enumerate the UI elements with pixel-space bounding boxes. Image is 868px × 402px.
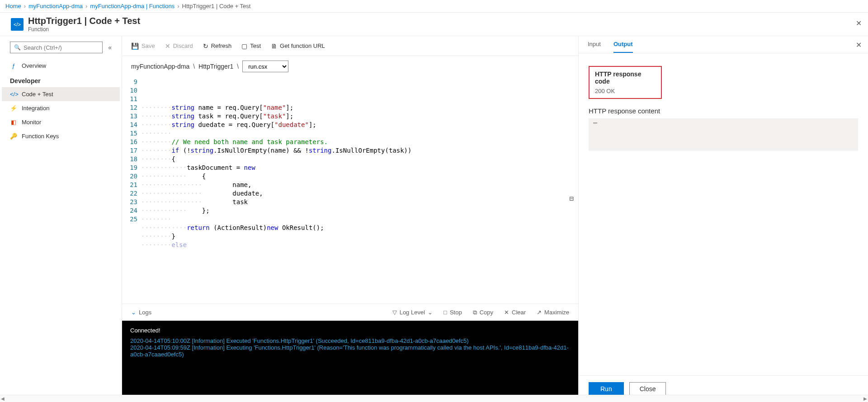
- console-connected: Connected!: [130, 327, 570, 334]
- code-editor[interactable]: 910111213141516171819202122232425 ⊟ ····…: [122, 77, 578, 304]
- logs-toolbar: ⌄ Logs ▽ Log Level ⌄ □ Stop ⧉ Copy ✕ Cle…: [122, 304, 578, 321]
- discard-icon: ✕: [165, 42, 170, 50]
- collapse-sidebar-button[interactable]: «: [108, 44, 112, 51]
- sidebar-item-overview[interactable]: ƒ Overview: [2, 59, 120, 73]
- function-icon: </>: [11, 18, 24, 31]
- get-function-url-button[interactable]: 🗎 Get function URL: [271, 42, 325, 50]
- file-path-row: myFunctionApp-dma \ HttpTrigger1 \ run.c…: [122, 56, 578, 77]
- copy-button[interactable]: ⧉ Copy: [473, 309, 493, 316]
- sidebar-item-label: Monitor: [22, 119, 41, 126]
- refresh-button[interactable]: ↻ Refresh: [203, 42, 232, 50]
- tab-input[interactable]: Input: [588, 41, 601, 53]
- editor-toolbar: 💾 Save ✕ Discard ↻ Refresh ▢ Test 🗎 Get …: [122, 36, 578, 56]
- close-panel-button[interactable]: ✕: [856, 41, 862, 49]
- url-icon: 🗎: [271, 42, 277, 50]
- run-button[interactable]: Run: [589, 382, 624, 396]
- sidebar-item-label: Overview: [22, 62, 46, 69]
- fold-marker-icon[interactable]: ⊟: [569, 194, 574, 203]
- breadcrumb: Home › myFunctionApp-dma › myFunctionApp…: [0, 0, 868, 13]
- page-title: HttpTrigger1 | Code + Test: [28, 16, 140, 26]
- console-line: 2020-04-14T05:09:59Z [Information] Execu…: [130, 344, 570, 358]
- save-icon: 💾: [131, 42, 139, 50]
- stop-button[interactable]: □ Stop: [443, 309, 462, 316]
- chevron-right-icon: ›: [24, 3, 26, 9]
- sidebar-item-integration[interactable]: ⚡ Integration: [2, 101, 120, 115]
- refresh-icon: ↻: [203, 42, 208, 50]
- function-fx-icon: ƒ: [10, 62, 17, 69]
- save-button[interactable]: 💾 Save: [131, 42, 155, 50]
- test-output-panel: ✕ Input Output HTTP response code 200 OK…: [579, 36, 868, 402]
- close-blade-button[interactable]: ✕: [856, 19, 862, 28]
- maximize-button[interactable]: ↗ Maximize: [537, 309, 569, 316]
- test-icon: ▢: [241, 42, 247, 50]
- chevron-right-icon: ›: [85, 3, 87, 9]
- copy-icon: ⧉: [473, 309, 477, 316]
- monitor-icon: ◧: [10, 119, 17, 126]
- chevron-down-icon: ⌄: [131, 309, 136, 316]
- path-app: myFunctionApp-dma: [131, 63, 189, 70]
- clear-button[interactable]: ✕ Clear: [504, 309, 526, 316]
- search-input[interactable]: [24, 44, 99, 51]
- http-content-label: HTTP response content: [589, 107, 858, 115]
- console-line: 2020-04-14T05:10:00Z [Information] Execu…: [130, 337, 570, 344]
- chevron-down-icon: ⌄: [428, 309, 433, 316]
- sidebar-item-label: Integration: [22, 105, 49, 112]
- clear-icon: ✕: [504, 309, 509, 316]
- sidebar-item-label: Code + Test: [22, 91, 53, 98]
- breadcrumb-home[interactable]: Home: [5, 3, 21, 9]
- http-content-value: "": [589, 118, 858, 151]
- chevron-right-icon: ›: [177, 3, 179, 9]
- close-button[interactable]: Close: [629, 382, 666, 396]
- scroll-left-icon[interactable]: ◀: [1, 396, 5, 401]
- tab-output[interactable]: Output: [613, 41, 633, 53]
- sidebar-item-code-test[interactable]: </> Code + Test: [2, 87, 120, 101]
- horizontal-scrollbar[interactable]: ◀ ▶: [0, 395, 868, 402]
- file-select[interactable]: run.csx: [242, 61, 288, 72]
- code-area[interactable]: ⊟ ········string name = req.Query["name"…: [141, 77, 578, 304]
- line-gutter: 910111213141516171819202122232425: [122, 77, 141, 304]
- filter-icon: ▽: [392, 309, 397, 316]
- sidebar-item-monitor[interactable]: ◧ Monitor: [2, 115, 120, 129]
- discard-button[interactable]: ✕ Discard: [165, 42, 193, 50]
- io-tabs: Input Output: [579, 36, 868, 53]
- test-button[interactable]: ▢ Test: [241, 42, 261, 50]
- sidebar-item-label: Function Keys: [22, 133, 59, 140]
- key-icon: 🔑: [10, 133, 17, 140]
- breadcrumb-current: HttpTrigger1 | Code + Test: [182, 3, 251, 9]
- page-subtitle: Function: [28, 26, 140, 33]
- breadcrumb-functions[interactable]: myFunctionApp-dma | Functions: [90, 3, 175, 9]
- http-code-value: 200 OK: [595, 88, 656, 94]
- search-icon: 🔍: [14, 44, 21, 51]
- maximize-icon: ↗: [537, 309, 542, 316]
- center-pane: 💾 Save ✕ Discard ↻ Refresh ▢ Test 🗎 Get …: [122, 36, 579, 402]
- search-box[interactable]: 🔍: [10, 42, 103, 53]
- sidebar: 🔍 « ƒ Overview Developer </> Code + Test…: [0, 36, 122, 402]
- log-console[interactable]: Connected! 2020-04-14T05:10:00Z [Informa…: [122, 321, 578, 402]
- sidebar-item-function-keys[interactable]: 🔑 Function Keys: [2, 129, 120, 143]
- lightning-icon: ⚡: [10, 105, 17, 112]
- sidebar-section-developer: Developer: [2, 73, 120, 87]
- http-response-code-box: HTTP response code 200 OK: [589, 66, 662, 99]
- path-func: HttpTrigger1: [198, 63, 233, 70]
- log-level-button[interactable]: ▽ Log Level ⌄: [392, 309, 433, 316]
- code-icon: </>: [10, 91, 17, 98]
- stop-icon: □: [443, 309, 447, 316]
- page-header: </> HttpTrigger1 | Code + Test Function …: [0, 13, 868, 36]
- breadcrumb-app[interactable]: myFunctionApp-dma: [28, 3, 83, 9]
- scroll-right-icon[interactable]: ▶: [863, 396, 867, 401]
- http-code-label: HTTP response code: [595, 70, 656, 85]
- logs-toggle[interactable]: ⌄ Logs: [131, 309, 151, 316]
